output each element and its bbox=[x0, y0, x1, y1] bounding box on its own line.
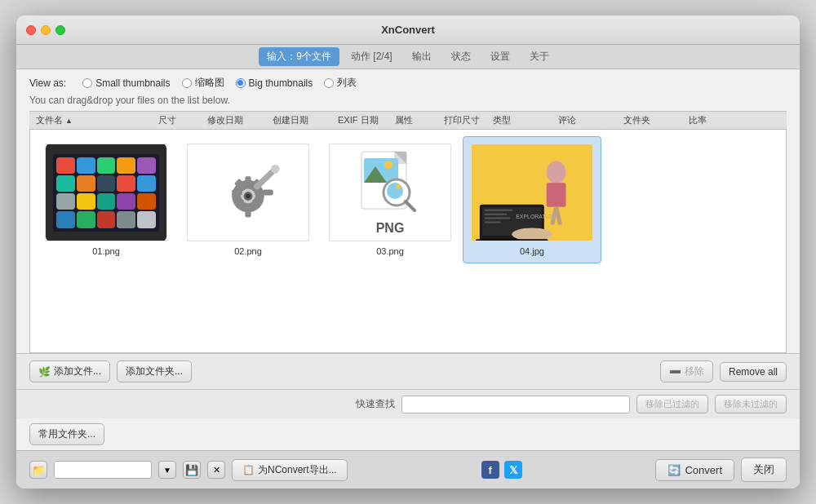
app-icon-2 bbox=[77, 157, 95, 174]
save-icon: 💾 bbox=[185, 464, 198, 476]
col-exif[interactable]: EXIF 日期 bbox=[331, 114, 388, 126]
col-folder[interactable]: 文件夹 bbox=[617, 114, 682, 126]
view-as-label: View as: bbox=[29, 77, 66, 89]
gear-svg bbox=[211, 156, 285, 229]
radio-big[interactable]: Big thumbnails bbox=[236, 77, 313, 89]
app-icon-15 bbox=[137, 193, 156, 210]
app-icon-12 bbox=[77, 193, 95, 210]
convert-icon: 🔄 bbox=[667, 464, 681, 476]
keep-filtered-button[interactable]: 移除未过滤的 bbox=[715, 395, 787, 413]
tab-input[interactable]: 输入：9个文件 bbox=[259, 47, 339, 66]
titlebar: XnConvert bbox=[16, 15, 800, 45]
svg-point-11 bbox=[271, 165, 280, 174]
thumb-label-03: 03.png bbox=[376, 246, 404, 256]
search-label: 快速查找 bbox=[356, 397, 395, 411]
tab-action[interactable]: 动作 [2/4] bbox=[343, 47, 401, 66]
thumbnails-grid: 01.png bbox=[30, 130, 786, 270]
folder-open-icon: 📁 bbox=[32, 464, 45, 476]
file-item-01[interactable]: 01.png bbox=[37, 136, 175, 263]
common-folders-row: 常用文件夹... bbox=[16, 418, 800, 450]
app-icon-13 bbox=[97, 193, 116, 210]
svg-rect-5 bbox=[263, 189, 273, 195]
remove-all-button[interactable]: Remove all bbox=[720, 362, 787, 382]
main-window: XnConvert 输入：9个文件 动作 [2/4] 输出 状态 设置 关于 V… bbox=[16, 15, 800, 489]
col-create[interactable]: 创建日期 bbox=[266, 114, 331, 126]
action-bar: 📁 ▼ 💾 ✕ 📋 为NConvert导出... f 𝕏 bbox=[16, 450, 800, 489]
remove-filtered-button[interactable]: 移除已过滤的 bbox=[636, 395, 708, 413]
convert-button[interactable]: 🔄 Convert bbox=[655, 459, 734, 481]
col-filename[interactable]: 文件名 ▲ bbox=[29, 114, 152, 126]
app-icon-1 bbox=[56, 157, 75, 174]
col-type[interactable]: 类型 bbox=[486, 114, 552, 126]
app-icon-18 bbox=[97, 211, 116, 228]
svg-text:EXPLORATION: EXPLORATION bbox=[516, 214, 556, 219]
tab-about[interactable]: 关于 bbox=[521, 47, 557, 66]
minimize-button[interactable] bbox=[41, 25, 51, 35]
file-item-02[interactable]: 02.png bbox=[179, 136, 317, 263]
social-icons: f 𝕏 bbox=[481, 461, 522, 479]
svg-rect-32 bbox=[485, 214, 508, 215]
app-icon-14 bbox=[117, 193, 135, 210]
app-icon-8 bbox=[97, 175, 116, 192]
radio-mini-label: 缩略图 bbox=[195, 76, 224, 90]
thumb-03: PNG bbox=[329, 144, 451, 241]
col-size[interactable]: 尺寸 bbox=[152, 114, 201, 126]
save-icon-btn[interactable]: 💾 bbox=[183, 461, 201, 479]
app-icon-19 bbox=[117, 211, 135, 228]
laptop-svg: EXPLORATION bbox=[472, 144, 592, 241]
radio-list-circle bbox=[324, 78, 334, 88]
close-button[interactable] bbox=[26, 25, 36, 35]
twitter-icon[interactable]: 𝕏 bbox=[504, 461, 522, 479]
radio-small[interactable]: Small thumbnails bbox=[82, 77, 170, 89]
png-text: PNG bbox=[376, 221, 405, 236]
folder-open-icon-btn[interactable]: 📁 bbox=[29, 461, 47, 479]
app-icon-16 bbox=[56, 211, 75, 228]
remove-icon: ➖ bbox=[669, 366, 681, 378]
thumb-label-02: 02.png bbox=[234, 246, 262, 256]
drag-hint: You can drag&drop your files on the list… bbox=[16, 93, 800, 111]
view-radio-group: Small thumbnails 缩略图 Big thumbnails 列表 bbox=[82, 76, 357, 90]
app-icon-5 bbox=[137, 157, 156, 174]
tab-status[interactable]: 状态 bbox=[443, 47, 479, 66]
facebook-icon[interactable]: f bbox=[481, 461, 499, 479]
common-folders-button[interactable]: 常用文件夹... bbox=[29, 423, 104, 445]
png-file-svg bbox=[357, 150, 423, 228]
export-icon: 📋 bbox=[242, 464, 255, 475]
export-nconvert-button[interactable]: 📋 为NConvert导出... bbox=[232, 459, 348, 481]
search-input[interactable] bbox=[401, 396, 630, 413]
app-icon-7 bbox=[77, 175, 95, 192]
radio-list[interactable]: 列表 bbox=[324, 76, 357, 90]
add-folder-button[interactable]: 添加文件夹... bbox=[117, 360, 192, 382]
thumb-01 bbox=[45, 144, 167, 241]
radio-big-circle bbox=[236, 78, 246, 88]
col-ratio[interactable]: 比率 bbox=[682, 114, 723, 126]
svg-point-13 bbox=[246, 194, 250, 198]
remove-button[interactable]: ➖ 移除 bbox=[660, 360, 713, 382]
col-modify[interactable]: 修改日期 bbox=[201, 114, 266, 126]
maximize-button[interactable] bbox=[55, 25, 65, 35]
col-comment[interactable]: 评论 bbox=[552, 114, 617, 126]
add-remove-toolbar: 🌿 添加文件... 添加文件夹... ➖ 移除 Remove all bbox=[16, 353, 800, 389]
radio-big-label: Big thumbnails bbox=[249, 77, 313, 89]
col-attr[interactable]: 属性 bbox=[388, 114, 437, 126]
col-print[interactable]: 打印尺寸 bbox=[437, 114, 486, 126]
folder-path-input[interactable] bbox=[54, 461, 152, 479]
radio-small-circle bbox=[82, 78, 92, 88]
close-button-action[interactable]: 关闭 bbox=[741, 458, 787, 482]
radio-mini[interactable]: 缩略图 bbox=[182, 76, 224, 90]
svg-point-18 bbox=[384, 161, 392, 169]
thumbnails-area[interactable]: 01.png bbox=[29, 130, 787, 353]
png-file-image: PNG bbox=[330, 144, 450, 241]
add-files-icon: 🌿 bbox=[38, 366, 51, 378]
file-item-04[interactable]: EXPLORATION 04.jpg bbox=[463, 136, 601, 263]
column-headers: 文件名 ▲ 尺寸 修改日期 创建日期 EXIF 日期 属性 打印尺寸 类型 bbox=[29, 111, 787, 130]
tab-output[interactable]: 输出 bbox=[404, 47, 440, 66]
thumb-label-04: 04.jpg bbox=[520, 246, 544, 256]
file-item-03[interactable]: PNG 03.png bbox=[321, 136, 459, 263]
tab-settings[interactable]: 设置 bbox=[482, 47, 518, 66]
svg-line-21 bbox=[406, 201, 415, 210]
add-files-button[interactable]: 🌿 添加文件... bbox=[29, 360, 110, 382]
dropdown-icon-btn[interactable]: ▼ bbox=[158, 461, 176, 479]
delete-icon-btn[interactable]: ✕ bbox=[207, 461, 225, 479]
app-icon-11 bbox=[56, 193, 75, 210]
